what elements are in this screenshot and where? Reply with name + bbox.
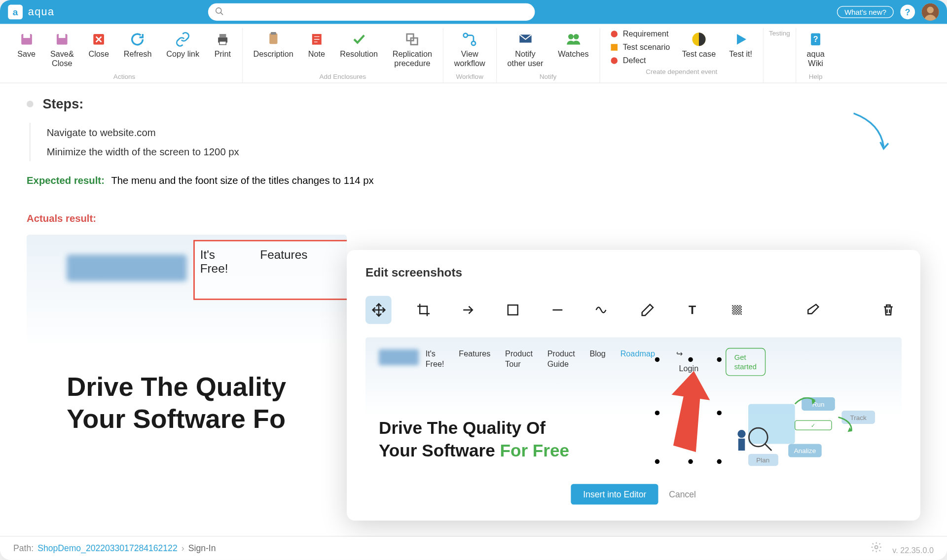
search-container xyxy=(208,3,535,21)
expected-result-row: Expected result: The menu and the foont … xyxy=(27,175,920,186)
note-button[interactable]: Note xyxy=(303,28,331,71)
whats-new-button[interactable]: What's new? xyxy=(837,6,893,18)
svg-text:Analize: Analize xyxy=(794,447,816,455)
svg-line-44 xyxy=(765,444,772,451)
replication-button[interactable]: Replication precedure xyxy=(387,28,437,71)
save-button[interactable]: Save xyxy=(12,28,41,71)
requirement-button[interactable]: Requirement xyxy=(606,28,674,40)
wave-tool[interactable] xyxy=(589,296,616,324)
svg-rect-46 xyxy=(738,439,745,451)
arrow-tool[interactable] xyxy=(455,296,481,324)
svg-rect-7 xyxy=(59,34,66,38)
rectangle-tool[interactable] xyxy=(500,296,526,324)
svg-rect-5 xyxy=(23,34,30,38)
expected-result-label: Expected result: xyxy=(27,175,105,186)
svg-line-1 xyxy=(220,12,223,15)
expected-result-text: The menu and the foont size of the title… xyxy=(111,175,373,186)
aqua-wiki-button[interactable]: ?aqua Wiki xyxy=(801,28,830,71)
ribbon-toolbar: Save Save& Close Close Refresh Copy link… xyxy=(0,24,947,83)
pen-tool[interactable] xyxy=(634,296,660,324)
status-bar: Path: ShopDemo_2022033017284162122 › Sig… xyxy=(0,536,947,560)
watches-button[interactable]: Watches xyxy=(552,28,594,71)
cancel-button[interactable]: Cancel xyxy=(669,489,696,499)
step-item: Navigate to website.com xyxy=(29,123,920,142)
settings-icon[interactable] xyxy=(870,546,884,555)
insert-into-editor-button[interactable]: Insert into Editor xyxy=(571,484,658,504)
canvas-headline: Drive The Quality Of Your Software For F… xyxy=(379,417,569,462)
svg-rect-27 xyxy=(508,305,518,315)
print-button[interactable]: Print xyxy=(209,28,237,71)
blur-tool[interactable] xyxy=(724,296,750,324)
ribbon-group-notify: Notify other user Watches Notify xyxy=(497,28,600,83)
selection-handles[interactable] xyxy=(655,357,722,464)
refresh-button[interactable]: Refresh xyxy=(118,28,157,71)
svg-text:Plan: Plan xyxy=(756,456,769,464)
ribbon-group-actions: Save Save& Close Close Refresh Copy link… xyxy=(7,28,243,83)
modal-title: Edit screenshots xyxy=(365,266,902,280)
search-icon xyxy=(215,7,224,18)
notify-other-button[interactable]: Notify other user xyxy=(502,28,549,71)
svg-rect-29 xyxy=(732,305,742,315)
delete-tool[interactable] xyxy=(875,296,902,324)
ribbon-group-enclosures: Description Note Resolution Replication … xyxy=(243,28,443,83)
ribbon-group-dependent: Requirement Test scenario Defect Test ca… xyxy=(600,28,764,83)
svg-rect-10 xyxy=(219,34,226,37)
svg-rect-13 xyxy=(271,32,276,35)
ribbon-group-label: Help xyxy=(809,72,823,80)
version-label: v. 22.35.0.0 xyxy=(870,541,934,555)
modal-actions: Insert into Editor Cancel xyxy=(365,484,902,504)
editor-toolbar: T xyxy=(365,296,902,324)
copy-link-button[interactable]: Copy link xyxy=(161,28,204,71)
path-link[interactable]: ShopDemo_2022033017284162122 xyxy=(37,543,177,553)
crop-tool[interactable] xyxy=(410,296,437,324)
svg-rect-16 xyxy=(411,38,418,45)
defect-button[interactable]: Defect xyxy=(606,55,674,67)
svg-rect-32 xyxy=(748,404,795,444)
description-button[interactable]: Description xyxy=(248,28,299,71)
svg-point-45 xyxy=(737,430,745,438)
svg-text:T: T xyxy=(688,303,695,316)
view-workflow-button[interactable]: View workflow xyxy=(449,28,491,71)
path-current: Sign-In xyxy=(188,543,216,553)
search-input[interactable] xyxy=(208,3,535,21)
test-it-button[interactable]: Test it! xyxy=(724,28,758,67)
editor-canvas[interactable]: It's Free! Features Product Tour Product… xyxy=(365,337,902,470)
ribbon-group-label: Workflow xyxy=(456,72,483,80)
user-avatar[interactable] xyxy=(922,3,939,21)
save-close-button[interactable]: Save& Close xyxy=(45,28,79,71)
eraser-tool[interactable] xyxy=(800,296,826,324)
close-button[interactable]: Close xyxy=(83,28,114,71)
ribbon-group-testing: Testing xyxy=(764,28,796,83)
resolution-button[interactable]: Resolution xyxy=(335,28,383,71)
svg-point-17 xyxy=(464,34,468,37)
logo-icon: a xyxy=(8,5,23,20)
edit-screenshots-modal: Edit screenshots T It's Free! xyxy=(347,250,920,521)
blurred-logo xyxy=(379,349,419,365)
line-tool[interactable] xyxy=(545,296,571,324)
ribbon-group-workflow: View workflow Workflow xyxy=(443,28,497,83)
ribbon-group-label: Testing xyxy=(769,30,790,37)
svg-point-20 xyxy=(573,34,579,39)
steps-heading: Steps: xyxy=(27,97,920,112)
step-item: Minimize the width of the screen to 1200… xyxy=(29,142,920,161)
svg-point-23 xyxy=(611,57,618,64)
svg-text:✓: ✓ xyxy=(811,422,815,428)
canvas-nav: It's Free! Features Product Tour Product… xyxy=(426,349,683,370)
help-button[interactable]: ? xyxy=(900,5,915,20)
svg-point-47 xyxy=(874,546,877,549)
text-tool[interactable]: T xyxy=(679,296,705,324)
move-tool[interactable] xyxy=(365,296,392,324)
ribbon-group-label: Notify xyxy=(540,72,557,80)
svg-point-0 xyxy=(216,8,221,13)
ribbon-group-label: Actions xyxy=(113,72,135,80)
ribbon-group-label: Create dependent event xyxy=(646,68,717,75)
svg-point-21 xyxy=(611,31,618,37)
screenshot-preview: It's Free! Features Drive The Quality Yo… xyxy=(27,235,347,461)
title-bar: a aqua What's new? ? xyxy=(0,0,947,24)
test-scenario-button[interactable]: Test scenario xyxy=(606,41,674,53)
test-case-button[interactable]: Test case xyxy=(677,28,721,67)
svg-text:?: ? xyxy=(813,35,818,43)
logo-text: aqua xyxy=(28,6,55,18)
svg-point-19 xyxy=(568,34,574,39)
content-area: Steps: Navigate to website.com Minimize … xyxy=(0,83,947,536)
